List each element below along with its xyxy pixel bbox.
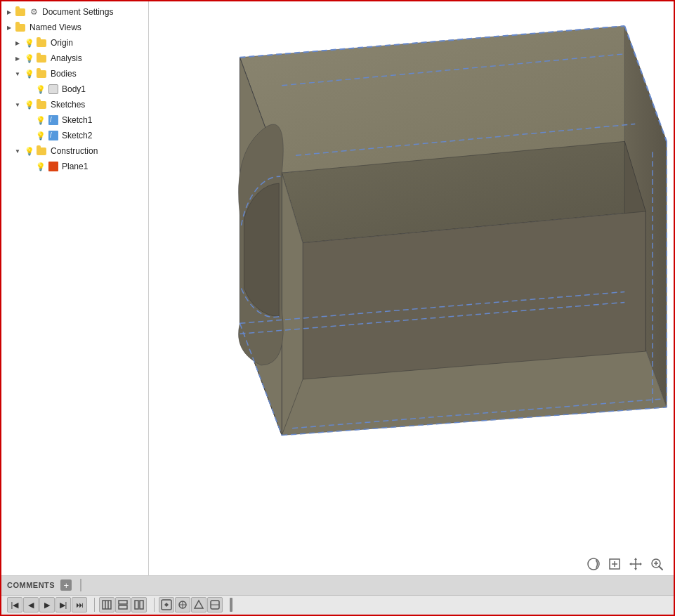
label-construction: Construction	[51, 146, 98, 156]
tree-item-origin[interactable]: Origin	[1, 35, 148, 51]
tool-group-2	[159, 597, 223, 612]
folder-icon-construction	[37, 145, 48, 157]
svg-rect-40	[135, 601, 138, 609]
bulb-icon-plane1	[35, 161, 46, 172]
viewport-controls	[582, 553, 668, 575]
svg-rect-41	[140, 601, 143, 609]
tool-btn-5[interactable]	[175, 597, 190, 612]
add-comment-button[interactable]: +	[60, 579, 72, 591]
svg-rect-35	[103, 601, 111, 609]
tool-btn-4[interactable]	[159, 597, 174, 612]
label-bodies: Bodies	[51, 69, 77, 79]
nav-last-btn[interactable]: ⏭	[72, 597, 87, 612]
toolbar-separator-2	[154, 598, 155, 612]
label-sketches: Sketches	[51, 100, 85, 110]
label-named-views: Named Views	[30, 22, 81, 32]
folder-icon-analysis	[37, 53, 48, 64]
folder-icon-bodies	[37, 68, 48, 79]
bulb-icon-origin	[24, 37, 35, 48]
bulb-icon-sketch2	[35, 130, 46, 141]
nav-prev-btn[interactable]: ◀	[23, 597, 39, 612]
expand-arrow-named-views	[4, 22, 14, 32]
expand-arrow-sketch2	[24, 131, 34, 140]
bulb-icon-sketches	[24, 99, 35, 110]
tree-item-plane1[interactable]: Plane1	[1, 159, 148, 174]
tool-btn-1[interactable]	[99, 597, 114, 612]
tool-btn-7[interactable]	[207, 597, 223, 612]
tool-btn-2[interactable]	[115, 597, 131, 612]
tree-item-construction[interactable]: Construction	[1, 143, 148, 159]
tree-item-named-views[interactable]: Named Views	[1, 20, 148, 35]
folder-icon-named-views	[15, 22, 27, 33]
expand-arrow-analysis	[13, 53, 22, 63]
tree-item-sketch1[interactable]: Sketch1	[1, 112, 148, 128]
svg-marker-28	[634, 568, 637, 570]
nav-buttons-group: |◀ ◀ ▶ ▶| ⏭	[7, 597, 87, 612]
main-layout: Document Settings Named Views Origin	[1, 1, 674, 615]
svg-rect-39	[119, 605, 127, 609]
gear-icon-document-settings	[28, 6, 39, 18]
label-body1: Body1	[62, 84, 86, 94]
plane-icon-plane1	[48, 161, 59, 172]
expand-arrow-construction	[13, 146, 22, 156]
expand-arrow-document-settings	[4, 7, 14, 17]
expand-arrow-origin	[13, 38, 22, 48]
comments-separator	[80, 579, 81, 591]
toolbar-separator-1	[94, 598, 95, 612]
tree-item-document-settings[interactable]: Document Settings	[1, 4, 148, 20]
tool-btn-3[interactable]	[131, 597, 147, 612]
tree-item-analysis[interactable]: Analysis	[1, 51, 148, 66]
navigation-toolbar: |◀ ◀ ▶ ▶| ⏭	[1, 596, 674, 615]
nav-play-btn[interactable]: ▶	[39, 597, 55, 612]
bulb-icon-bodies	[24, 68, 35, 79]
expand-arrow-sketches	[13, 100, 22, 110]
bulb-icon-body1	[35, 84, 46, 95]
nav-next-btn[interactable]: ▶|	[55, 597, 71, 612]
tree-item-sketches[interactable]: Sketches	[1, 97, 148, 112]
body-icon-body1	[48, 84, 59, 95]
expand-arrow-sketch1	[24, 115, 34, 125]
svg-marker-46	[195, 601, 203, 608]
3d-model-svg	[149, 1, 674, 575]
folder-icon-origin	[37, 37, 48, 48]
expand-arrow-plane1	[24, 162, 34, 171]
svg-marker-29	[629, 563, 631, 565]
svg-marker-30	[640, 563, 642, 565]
bottom-bar: COMMENTS + |◀ ◀ ▶ ▶| ⏭	[1, 575, 674, 615]
tree-item-sketch2[interactable]: Sketch2	[1, 128, 148, 143]
viewport[interactable]	[149, 1, 674, 575]
pan-btn[interactable]	[627, 556, 644, 572]
bulb-icon-construction	[24, 145, 35, 157]
label-analysis: Analysis	[51, 53, 82, 63]
content-area: Document Settings Named Views Origin	[1, 1, 674, 575]
sketch-icon-sketch1	[48, 114, 59, 126]
tree-panel: Document Settings Named Views Origin	[1, 1, 149, 575]
expand-arrow-body1	[24, 84, 34, 94]
folder-icon-sketches	[37, 99, 48, 110]
svg-rect-38	[119, 601, 127, 604]
label-document-settings: Document Settings	[42, 7, 113, 17]
expand-arrow-bodies	[13, 69, 22, 79]
folder-icon-document-settings	[15, 6, 27, 18]
zoom-btn[interactable]	[648, 556, 665, 572]
tree-item-body1[interactable]: Body1	[1, 81, 148, 97]
rotate-control-btn[interactable]	[585, 556, 602, 572]
label-sketch2: Sketch2	[62, 131, 92, 140]
zoom-fit-btn[interactable]	[606, 556, 623, 572]
label-sketch1: Sketch1	[62, 115, 92, 125]
sketch-icon-sketch2	[48, 130, 59, 141]
label-origin: Origin	[51, 38, 73, 48]
comments-bar: COMMENTS +	[1, 576, 674, 596]
svg-marker-27	[634, 558, 637, 560]
tool-group-1	[99, 597, 147, 612]
tree-item-bodies[interactable]: Bodies	[1, 66, 148, 81]
comments-label: COMMENTS	[7, 581, 55, 589]
bulb-icon-analysis	[24, 53, 35, 64]
svg-line-32	[660, 567, 663, 570]
nav-first-btn[interactable]: |◀	[7, 597, 22, 612]
tool-btn-6[interactable]	[191, 597, 207, 612]
bulb-icon-sketch1	[35, 114, 46, 126]
timeline-indicator	[230, 598, 232, 612]
label-plane1: Plane1	[62, 162, 88, 171]
